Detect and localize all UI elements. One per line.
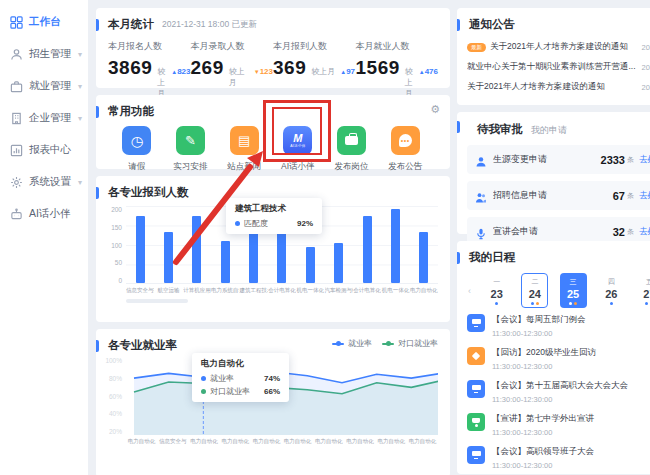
function-post-job[interactable]: 发布岗位 [325, 126, 379, 173]
approval-row-recruit-info[interactable]: 招聘信息申请 67 条 去处理 ▸ [467, 181, 650, 210]
tooltip-value: 74% [254, 374, 280, 383]
legend-matched-rate[interactable]: 对口就业率 [382, 338, 438, 349]
dashboard-icon [10, 16, 23, 29]
schedule-item-time: 11:30:00-12:30:00 [492, 395, 650, 404]
bar [334, 243, 343, 283]
bar-信息安全与技术[interactable] [126, 206, 154, 283]
bar-汽车检测与维修[interactable] [325, 206, 353, 283]
notice-item[interactable]: 就业中心关于第十期职业素养训练营开营通... 2021.12.09 [467, 61, 650, 73]
approval-count: 2333 [601, 154, 625, 166]
date-cell-25[interactable]: 三25 [560, 273, 587, 308]
bar-机电一体化[interactable] [381, 206, 409, 283]
settings-gear-icon[interactable]: ⚙ [430, 103, 440, 116]
stats-updated-time: 2021-12-31 18:00 已更新 [162, 19, 257, 31]
stat-value: 269 [191, 57, 224, 79]
date-cell-27[interactable]: 五27 [636, 273, 650, 308]
legend-marker [382, 343, 394, 345]
x-tick-label: 信息安全与技术 [126, 287, 154, 294]
date-cell-23[interactable]: 一23 [483, 273, 510, 308]
prev-arrow-icon[interactable]: ‹ [467, 286, 472, 296]
bar-chart-xlabels: 信息安全与技术航空运输计算机应用电力系统自动化建筑工程技术会计电算化机电一体化汽… [126, 287, 438, 294]
notice-title: 关于2021年人才培养方案建设的通知 [467, 81, 636, 93]
tab-pending-approvals[interactable]: 待我审批 [477, 122, 523, 137]
schedule-item[interactable]: 【会议】第十五届高职大会大会大会11:30:00-12:30:00详情 [467, 380, 650, 404]
approval-unit: 条 [627, 155, 634, 165]
notice-item[interactable]: 关于2021年人才培养方案建设的通知 2021.12.08 [467, 81, 650, 93]
schedule-item[interactable]: 【回访】2020级毕业生回访11:30:00-12:30:00详情 [467, 347, 650, 371]
x-tick-label: 计算机应用 [183, 287, 211, 294]
schedule-item-title: 【会议】高职领导班子大会 [492, 446, 650, 458]
function-internship[interactable]: ✎ 实习安排 [164, 126, 218, 173]
section-accent-bar [457, 121, 460, 133]
schedule-item[interactable]: 【会议】高职领导班子大会11:30:00-12:30:00详情 [467, 446, 650, 470]
stat-admitted: 本月录取人数 269 较上月 ▼123 [191, 40, 274, 99]
sidebar-item-label: 系统设置 [29, 175, 71, 189]
legend-label: 就业率 [348, 338, 372, 349]
stat-compare-label: 较上月 [311, 66, 335, 77]
function-ai-buddy[interactable]: M AI话小伴 AI话小伴 [271, 126, 325, 173]
stat-delta: ▼123 [254, 67, 273, 76]
stat-value: 369 [273, 57, 306, 79]
sidebar-item-enrollment[interactable]: 招生管理 ▾ [0, 38, 88, 70]
clock-icon: ◷ [122, 126, 151, 155]
x-tick-label: 电力自动化 [220, 438, 251, 445]
x-tick-label: 汽车检测与维修 [325, 287, 353, 294]
chevron-down-icon: ▾ [78, 178, 82, 187]
sidebar-item-enterprise[interactable]: 企业管理 ▾ [0, 102, 88, 134]
date-cell-26[interactable]: 四26 [598, 273, 625, 308]
y-tick-label: 20% [109, 428, 122, 435]
tab-my-applications[interactable]: 我的申请 [531, 124, 567, 137]
schedule-item-time: 11:30:00-12:30:00 [492, 428, 650, 437]
go-handle-link[interactable]: 去处理 ▸ [639, 226, 650, 238]
go-handle-link[interactable]: 去处理 ▸ [639, 190, 650, 202]
schedule-item[interactable]: 【宣讲】第七中学外出宣讲11:30:00-12:30:00详情 [467, 413, 650, 437]
x-tick-label: 航空运输 [154, 287, 182, 294]
x-tick-label: 电力系统自动化 [211, 287, 239, 294]
approval-count: 32 [613, 226, 625, 238]
gear-icon [10, 176, 23, 189]
bar-航空运输[interactable] [154, 206, 182, 283]
bar-计算机应用[interactable] [183, 206, 211, 283]
date-cell-24[interactable]: 二24 [521, 273, 548, 308]
stat-label: 本月录取人数 [191, 40, 274, 53]
function-label: 实习安排 [174, 161, 208, 173]
functions-title: 常用功能 [108, 104, 154, 119]
schedule-item-title: 【宣讲】第七中学外出宣讲 [492, 413, 650, 425]
sidebar-item-employment[interactable]: 就业管理 ▾ [0, 70, 88, 102]
bar-chart-yaxis: 200150100500 [108, 206, 126, 284]
notice-item[interactable]: 最新 关于2021年人才培养方案建设的通知 2021.12.20 [467, 41, 650, 53]
people-icon [475, 190, 487, 202]
stat-label: 本月报名人数 [108, 40, 191, 53]
bar [391, 209, 400, 283]
function-site-news[interactable]: ▤ 站点新闻 [217, 126, 271, 173]
bar-会计电算化[interactable] [353, 206, 381, 283]
chart-scrollbar[interactable] [126, 299, 188, 303]
app-root: 工作台 招生管理 ▾ 就业管理 ▾ 企业管理 ▾ 报 [0, 0, 650, 475]
x-tick-label: 会计电算化 [268, 287, 296, 294]
sidebar-item-label: 就业管理 [29, 79, 71, 93]
schedule-item[interactable]: 【会议】每周五部门例会11:30:00-12:30:00详情 [467, 314, 650, 338]
talk-icon [467, 413, 485, 431]
sidebar-item-reports[interactable]: 报表中心 [0, 134, 88, 166]
approval-row-source-change[interactable]: 生源变更申请 2333 条 去处理 ▸ [467, 145, 650, 174]
legend-employment-rate[interactable]: 就业率 [332, 338, 372, 349]
bar-chart-title: 各专业报到人数 [108, 185, 189, 200]
y-tick-label: 200 [111, 206, 122, 213]
sidebar-item-ai-buddy[interactable]: AI话小伴 [0, 198, 88, 230]
sidebar-item-workbench[interactable]: 工作台 [0, 6, 88, 38]
x-tick-label: 电力自动化 [410, 287, 438, 294]
bar-电力自动化[interactable] [410, 206, 438, 283]
user-icon [10, 48, 23, 61]
meeting-icon [467, 446, 485, 464]
line-chart-tooltip: 电力自动化 就业率 74% 对口就业率 66% [192, 353, 289, 402]
sidebar-item-settings[interactable]: 系统设置 ▾ [0, 166, 88, 198]
function-leave[interactable]: ◷ 请假 [110, 126, 164, 173]
chat-bubble-icon: ••• [391, 126, 420, 155]
sidebar-item-label: 企业管理 [29, 111, 71, 125]
function-post-notice[interactable]: ••• 发布公告 [378, 126, 432, 173]
go-handle-link[interactable]: 去处理 ▸ [639, 154, 650, 166]
approval-label: 招聘信息申请 [493, 189, 613, 202]
line-chart-yaxis: 100%80%60%40%20% [108, 357, 126, 435]
stat-value: 3869 [108, 57, 152, 79]
schedule-title: 我的日程 [469, 250, 515, 265]
